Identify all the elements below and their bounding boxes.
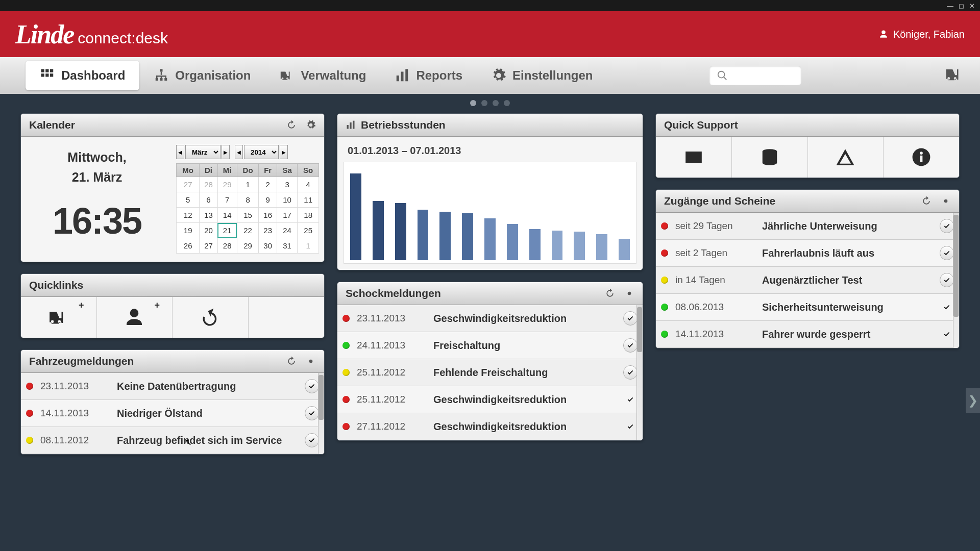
calendar-day[interactable]: 21: [217, 223, 237, 238]
month-select[interactable]: März: [185, 145, 220, 159]
scrollbar[interactable]: [636, 305, 643, 440]
page-dot[interactable]: [493, 100, 499, 106]
quicksupport-mail[interactable]: [656, 137, 732, 178]
page-dot[interactable]: [481, 100, 487, 106]
acknowledge-button[interactable]: [940, 219, 954, 233]
calendar-day[interactable]: 31: [277, 238, 297, 254]
calendar-day[interactable]: 20: [200, 223, 217, 238]
window-maximize[interactable]: ◻: [959, 2, 964, 10]
year-next[interactable]: ▶: [280, 145, 288, 159]
calendar-day[interactable]: 17: [277, 208, 297, 223]
list-item[interactable]: seit 2 TagenFahrerlaubnis läuft aus: [656, 240, 959, 267]
acknowledge-button[interactable]: [940, 273, 954, 287]
list-item[interactable]: 25.11.2012Geschwindigkeitsreduktion: [337, 386, 643, 413]
list-item[interactable]: 23.11.2013Keine Datenübertragung: [21, 373, 324, 400]
calendar-day[interactable]: 25: [298, 223, 319, 238]
quicksupport-database[interactable]: [732, 137, 808, 178]
window-minimize[interactable]: —: [947, 2, 953, 10]
gear-icon[interactable]: [306, 356, 316, 366]
calendar-day[interactable]: 27: [177, 177, 200, 192]
month-prev[interactable]: ◀: [176, 145, 184, 159]
gear-icon[interactable]: [624, 288, 634, 298]
list-item[interactable]: 27.11.2012Geschwindigkeitsreduktion: [337, 413, 643, 440]
calendar-day[interactable]: 29: [237, 238, 259, 254]
window-close[interactable]: ✕: [969, 2, 975, 10]
page-dot[interactable]: [504, 100, 510, 106]
list-item[interactable]: 14.11.2013Fahrer wurde gesperrt: [656, 321, 959, 348]
calendar-day[interactable]: 9: [259, 192, 277, 208]
acknowledge-button[interactable]: [305, 379, 319, 393]
calendar-day[interactable]: 22: [237, 223, 259, 238]
calendar-day[interactable]: 19: [177, 223, 200, 238]
page-dot[interactable]: [470, 100, 476, 106]
calendar-day[interactable]: 15: [237, 208, 259, 223]
calendar-day[interactable]: 18: [298, 208, 319, 223]
calendar-day[interactable]: 13: [200, 208, 217, 223]
quicksupport-info[interactable]: [884, 137, 959, 178]
acknowledge-button[interactable]: [940, 246, 954, 260]
acknowledge-button[interactable]: [305, 433, 319, 447]
acknowledge-button[interactable]: [623, 311, 638, 325]
list-item[interactable]: 24.11.2013Freischaltung: [337, 332, 643, 359]
calendar-day[interactable]: 5: [177, 192, 200, 208]
nav-reports[interactable]: Reports: [380, 61, 477, 90]
acknowledge-button[interactable]: [940, 327, 954, 341]
calendar-day[interactable]: 10: [277, 192, 297, 208]
list-item[interactable]: 23.11.2013Geschwindigkeitsreduktion: [337, 305, 643, 332]
acknowledge-button[interactable]: [623, 365, 638, 380]
quicklink-sync[interactable]: [173, 297, 249, 338]
calendar-day[interactable]: 24: [277, 223, 297, 238]
calendar-day[interactable]: 11: [298, 192, 319, 208]
nav-dashboard[interactable]: Dashboard: [26, 61, 139, 90]
scrollbar[interactable]: [318, 373, 324, 454]
calendar-day[interactable]: 26: [177, 238, 200, 254]
list-item[interactable]: 14.11.2013Niedriger Ölstand: [21, 400, 324, 427]
calendar-day[interactable]: 2: [259, 177, 277, 192]
calendar-day[interactable]: 3: [277, 177, 297, 192]
calendar-day[interactable]: 1: [237, 177, 259, 192]
year-select[interactable]: 2014: [244, 145, 279, 159]
calendar-day[interactable]: 8: [237, 192, 259, 208]
calendar-day[interactable]: 14: [217, 208, 237, 223]
month-next[interactable]: ▶: [222, 145, 230, 159]
user-menu[interactable]: Königer, Fabian: [879, 29, 965, 40]
refresh-icon[interactable]: [286, 356, 297, 366]
list-item[interactable]: 08.06.2013Sicherheitsunterweisung: [656, 294, 959, 321]
refresh-icon[interactable]: [286, 120, 297, 130]
calendar-day[interactable]: 7: [217, 192, 237, 208]
nav-einstellungen[interactable]: Einstellungen: [477, 61, 607, 90]
calendar-day[interactable]: 1: [298, 238, 319, 254]
list-item[interactable]: 08.11.2012Fahrzeug befindet sich im Serv…: [21, 427, 324, 454]
acknowledge-button[interactable]: [940, 300, 954, 314]
list-item[interactable]: seit 29 TagenJährliche Unterweisung: [656, 213, 959, 240]
quicklink-add-user[interactable]: +: [97, 297, 173, 338]
calendar-day[interactable]: 28: [200, 177, 217, 192]
quicklink-add-vehicle[interactable]: +: [21, 297, 97, 338]
calendar-day[interactable]: 29: [217, 177, 237, 192]
refresh-icon[interactable]: [605, 288, 615, 298]
calendar-day[interactable]: 27: [200, 238, 217, 254]
calendar-day[interactable]: 28: [217, 238, 237, 254]
acknowledge-button[interactable]: [305, 406, 319, 420]
calendar-day[interactable]: 4: [298, 177, 319, 192]
forklift-shortcut[interactable]: [944, 66, 965, 85]
calendar-day[interactable]: 16: [259, 208, 277, 223]
next-page-arrow[interactable]: ❯: [966, 388, 980, 413]
list-item[interactable]: in 14 TagenAugenärztlicher Test: [656, 267, 959, 294]
refresh-icon[interactable]: [921, 196, 932, 206]
gear-icon[interactable]: [941, 196, 951, 206]
nav-verwaltung[interactable]: Verwaltung: [265, 61, 380, 90]
search-input[interactable]: [709, 66, 801, 85]
calendar-day[interactable]: 6: [200, 192, 217, 208]
scrollbar[interactable]: [953, 213, 959, 348]
acknowledge-button[interactable]: [623, 419, 638, 434]
calendar-day[interactable]: 30: [259, 238, 277, 254]
quicksupport-alert[interactable]: [808, 137, 884, 178]
calendar-day[interactable]: 23: [259, 223, 277, 238]
gear-icon[interactable]: [306, 120, 316, 130]
acknowledge-button[interactable]: [623, 338, 638, 353]
calendar-day[interactable]: 12: [177, 208, 200, 223]
acknowledge-button[interactable]: [623, 392, 638, 407]
list-item[interactable]: 25.11.2012Fehlende Freischaltung: [337, 359, 643, 386]
nav-organisation[interactable]: Organisation: [139, 61, 265, 90]
